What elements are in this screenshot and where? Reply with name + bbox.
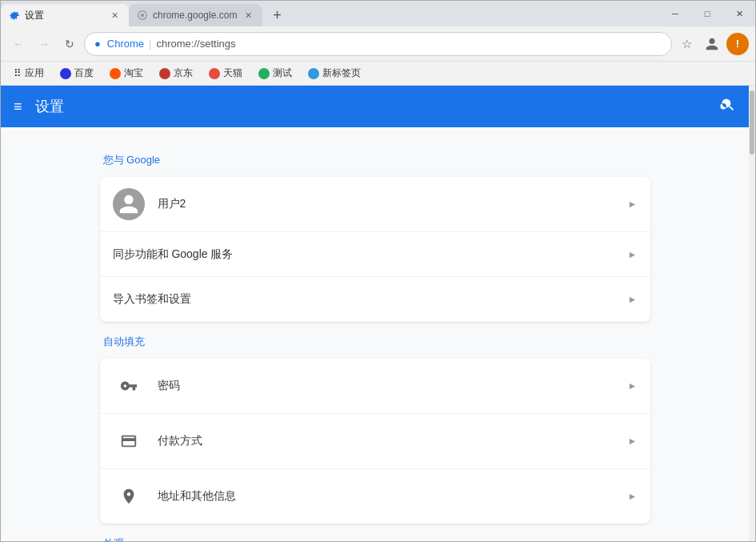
address-item[interactable]: 地址和其他信息 ► [100,469,650,524]
bookmark-tianmao-label: 天猫 [223,66,242,80]
import-chevron-icon: ► [628,294,638,305]
card-google: 用户2 ► 同步功能和 Google 服务 ► 导入书签和设置 ► [100,177,650,322]
bookmark-apps-label: 应用 [25,66,44,80]
svg-point-1 [141,14,144,17]
sync-item[interactable]: 同步功能和 Google 服务 ► [100,232,650,277]
password-label: 密码 [158,379,628,393]
tab-chrome[interactable]: chrome.google.com ✕ [129,4,262,26]
settings-page: ≡ 设置 您与 Google [1,86,749,541]
settings-tab-label: 设置 [25,9,103,22]
user-avatar [113,188,145,220]
payment-icon [113,425,145,457]
profile-button[interactable] [701,33,723,55]
section-title-appearance: 外观 [100,536,650,541]
address-chevron-icon: ► [628,491,638,502]
settings-header: ≡ 设置 [1,86,749,127]
scrollbar-track[interactable] [749,86,755,541]
maximize-button[interactable]: □ [691,1,723,26]
bookmark-newtab[interactable]: 新标签页 [302,64,367,82]
user-item[interactable]: 用户2 ► [100,177,650,232]
baidu-icon [60,68,71,79]
chrome-tab-label: chrome.google.com [153,10,237,21]
tab-settings[interactable]: 设置 ✕ [1,4,129,26]
settings-page-title: 设置 [35,97,707,116]
bookmark-test[interactable]: 测试 [252,64,298,82]
sync-chevron-icon: ► [628,249,638,260]
back-button[interactable]: ← [7,33,30,55]
minimize-button[interactable]: ─ [659,1,691,26]
bookmark-newtab-label: 新标签页 [322,66,361,80]
payment-item[interactable]: 付款方式 ► [100,414,650,469]
import-label: 导入书签和设置 [113,292,628,307]
tianmao-icon [209,68,220,79]
url-chrome-part: Chrome [107,38,144,50]
payment-chevron-icon: ► [628,436,638,447]
address-icon [113,480,145,512]
taobao-icon [110,68,121,79]
page-area: ≡ 设置 您与 Google [1,86,755,541]
refresh-button[interactable]: ↻ [58,33,81,55]
bookmark-jd[interactable]: 京东 [153,64,199,82]
warning-button[interactable]: ! [726,33,749,55]
forward-button[interactable]: → [33,33,55,55]
sync-label: 同步功能和 Google 服务 [113,247,628,262]
newtab-icon [308,68,319,79]
test-icon [258,68,270,79]
bookmark-taobao[interactable]: 淘宝 [103,64,150,82]
bookmark-star-button[interactable]: ☆ [675,33,698,55]
settings-search-button[interactable] [720,97,736,117]
scrollbar-thumb[interactable] [750,90,754,155]
section-title-google: 您与 Google [100,153,650,167]
bookmark-baidu-label: 百度 [74,66,94,80]
title-bar: 设置 ✕ chrome.google.com ✕ + ─ □ ✕ [1,1,755,26]
url-separator: | [149,38,151,50]
password-icon [113,370,145,402]
bookmark-jd-label: 京东 [174,66,193,80]
window-controls: ─ □ ✕ [659,1,755,26]
apps-icon: ⠿ [14,67,22,79]
address-label: 地址和其他信息 [158,489,628,504]
url-path: chrome://settings [157,38,236,50]
jd-icon [159,68,170,79]
password-item[interactable]: 密码 ► [100,359,650,414]
settings-inner: 您与 Google 用户2 ► 同步功能和 Google 服务 [87,127,663,541]
chrome-tab-close[interactable]: ✕ [242,9,254,22]
browser-toolbar: ← → ↻ ● Chrome|chrome://settings ☆ ! [1,26,755,62]
new-tab-button[interactable]: + [266,4,288,26]
window-frame: 设置 ✕ chrome.google.com ✕ + ─ □ ✕ ← → ↻ ● [0,0,756,542]
bookmark-apps[interactable]: ⠿ 应用 [7,64,50,82]
bookmark-baidu[interactable]: 百度 [54,64,100,82]
address-bar[interactable]: ● Chrome|chrome://settings [84,32,672,56]
close-button[interactable]: ✕ [723,1,755,26]
tabs-area: 设置 ✕ chrome.google.com ✕ + [1,1,659,26]
bookmarks-bar: ⠿ 应用 百度 淘宝 京东 天猫 测试 新标签页 [1,62,755,86]
chrome-tab-icon [137,10,148,21]
bookmark-taobao-label: 淘宝 [124,66,143,80]
settings-tab-close[interactable]: ✕ [108,9,121,22]
user-name: 用户2 [158,197,628,211]
settings-tab-icon [9,10,20,21]
bookmark-tianmao[interactable]: 天猫 [202,64,249,82]
settings-content[interactable]: 您与 Google 用户2 ► 同步功能和 Google 服务 [1,127,749,541]
bookmark-test-label: 测试 [273,66,292,80]
password-chevron-icon: ► [628,380,638,391]
import-item[interactable]: 导入书签和设置 ► [100,277,650,322]
url-display: Chrome|chrome://settings [107,38,662,50]
section-title-autofill: 自动填充 [100,335,650,349]
secure-icon: ● [94,38,101,50]
user-chevron-icon: ► [628,199,638,210]
menu-icon[interactable]: ≡ [14,98,22,115]
payment-label: 付款方式 [158,434,628,448]
card-autofill: 密码 ► 付款方式 ► [100,359,650,524]
